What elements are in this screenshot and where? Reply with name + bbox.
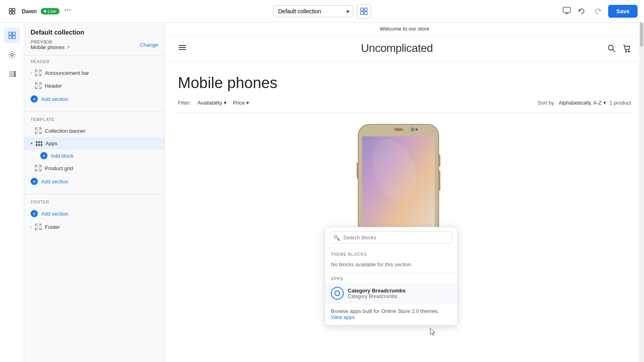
sort-label: Sort by: [537, 100, 555, 106]
svg-point-18 [11, 53, 13, 56]
svg-rect-23 [37, 84, 40, 87]
section-divider-1 [24, 111, 165, 112]
availability-chevron: ▾ [224, 100, 227, 106]
apps-label: Apps [45, 140, 58, 146]
hamburger-icon[interactable] [178, 43, 187, 54]
undo-button[interactable] [576, 6, 587, 17]
announcement-bar-label: Announcement bar [45, 70, 89, 76]
add-section-header-button[interactable]: + Add section [24, 92, 165, 106]
collection-select[interactable]: Default collection [273, 5, 353, 17]
apps-chevron-icon: ▾ [31, 141, 33, 146]
price-filter[interactable]: Price ▾ [233, 100, 250, 106]
sidebar-item-announcement-bar[interactable]: › Announcement bar [24, 66, 165, 79]
svg-rect-0 [9, 8, 12, 11]
availability-filter[interactable]: Availability ▾ [198, 100, 227, 106]
search-icon[interactable] [607, 44, 616, 53]
nav-customize[interactable] [4, 47, 20, 63]
announcement-bar-icon [35, 70, 41, 76]
add-section-footer-button[interactable]: + Add section [24, 207, 165, 220]
product-grid-icon [35, 165, 41, 171]
header-label: Header [45, 83, 62, 89]
svg-rect-7 [361, 8, 363, 11]
svg-rect-17 [12, 36, 15, 39]
category-breadcrumbs-icon [331, 287, 344, 300]
sidebar-template-section: TEMPLATE › Collection banner ▾ [24, 113, 165, 192]
grid-select-button[interactable] [357, 4, 371, 19]
svg-point-19 [14, 72, 15, 73]
popup-search-row: 🔍 [325, 227, 457, 248]
add-section-header-label: Add section [41, 96, 68, 102]
preview-scrollbar[interactable] [639, 23, 644, 362]
svg-rect-2 [9, 12, 12, 14]
category-breadcrumbs-item[interactable]: Category Breadcrumbs Category Breadcrumb… [325, 283, 457, 304]
add-section-template-label: Add section [41, 179, 68, 185]
footer-section-label: FOOTER [24, 200, 165, 207]
live-label: Live [48, 9, 56, 14]
save-button[interactable]: Save [608, 5, 638, 18]
theme-blocks-label: THEME BLOCKS [325, 248, 457, 258]
add-section-template-button[interactable]: + Add section [24, 175, 165, 188]
svg-point-6 [69, 10, 70, 11]
sidebar-preview-row: PREVIEW Mobile phones ↗ Change [31, 39, 158, 50]
svg-rect-9 [361, 12, 363, 14]
browse-text: Browse apps built for Online Store 2.0 t… [331, 308, 439, 314]
collection-banner-icon [35, 128, 41, 134]
svg-rect-14 [9, 32, 12, 35]
nav-apps[interactable] [4, 66, 20, 82]
svg-point-5 [67, 10, 68, 11]
product-count: 1 product [609, 100, 631, 106]
change-preview-button[interactable]: Change [140, 42, 158, 48]
announcement-bar-preview: Welcome to our store [165, 23, 644, 35]
svg-point-38 [394, 128, 403, 131]
sidebar-header: Default collection PREVIEW Mobile phones… [24, 23, 165, 56]
footer-icon [35, 224, 41, 230]
store-brand-label: Uncomplicated [361, 42, 433, 55]
sidebar-item-apps[interactable]: ▾ Apps [24, 137, 165, 150]
svg-rect-44 [357, 162, 358, 179]
section-divider-2 [24, 194, 165, 194]
icon-nav [0, 23, 24, 362]
svg-rect-26 [37, 226, 40, 228]
popup-search-wrapper: 🔍 [330, 231, 452, 244]
svg-point-4 [64, 10, 66, 11]
preview-value: Mobile phones ↗ [31, 44, 70, 50]
price-chevron: ▾ [246, 100, 249, 106]
add-block-plus-icon: + [40, 152, 47, 159]
monitor-button[interactable] [562, 6, 571, 16]
sidebar-item-header[interactable]: › Header [24, 79, 165, 92]
chevron-right-icon: › [31, 71, 32, 75]
no-blocks-text: No blocks available for this section. [325, 258, 457, 272]
nav-sections[interactable] [4, 27, 20, 43]
topbar-center: Default collection [273, 4, 371, 19]
sidebar-item-collection-banner[interactable]: › Collection banner [24, 124, 165, 137]
sidebar-item-footer[interactable]: › Footer [24, 220, 165, 233]
sort-chevron: ▾ [603, 100, 606, 106]
collection-select-wrapper[interactable]: Default collection [273, 5, 353, 17]
template-section-label: TEMPLATE [24, 117, 165, 124]
add-block-button[interactable]: + Add block [24, 150, 165, 162]
svg-rect-43 [439, 171, 440, 191]
preview-area: Welcome to our store Uncomplicated [165, 23, 644, 362]
sidebar-header-section: HEADER › Announcement bar › Header [24, 56, 165, 110]
live-dot [44, 10, 46, 12]
sidebar-item-product-grid[interactable]: › Product grid [24, 162, 165, 175]
more-options-button[interactable] [64, 6, 72, 16]
redo-button[interactable] [592, 6, 603, 17]
svg-point-32 [625, 51, 627, 52]
add-block-label: Add block [51, 153, 74, 159]
back-icon[interactable] [6, 6, 18, 17]
collection-banner-label: Collection banner [45, 128, 85, 134]
sort-button[interactable]: Alphabetically, A-Z ▾ [559, 100, 606, 106]
browse-apps-row: Browse apps built for Online Store 2.0 t… [325, 304, 457, 325]
search-blocks-input[interactable] [330, 231, 452, 244]
svg-point-21 [14, 76, 15, 77]
cart-icon[interactable] [622, 44, 631, 53]
svg-rect-1 [12, 8, 15, 11]
footer-label: Footer [45, 224, 60, 230]
svg-point-40 [415, 128, 418, 131]
view-apps-link[interactable]: View apps [331, 314, 355, 320]
svg-rect-24 [37, 130, 40, 132]
collection-title: Mobile phones [178, 74, 631, 92]
sort-area: Sort by: Alphabetically, A-Z ▾ 1 product [537, 100, 631, 106]
apps-section-label: APPS [325, 272, 457, 283]
